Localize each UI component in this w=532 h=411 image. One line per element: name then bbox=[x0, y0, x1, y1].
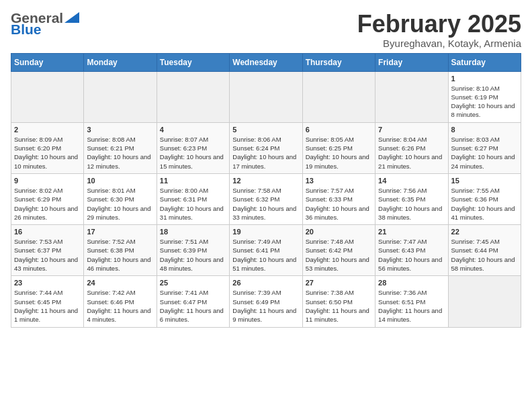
calendar-table: SundayMondayTuesdayWednesdayThursdayFrid… bbox=[11, 53, 521, 328]
day-number: 17 bbox=[87, 228, 153, 236]
calendar-cell: 2Sunrise: 8:09 AM Sunset: 6:20 PM Daylig… bbox=[11, 122, 84, 173]
calendar-cell bbox=[448, 276, 521, 327]
day-info: Sunrise: 7:38 AM Sunset: 6:50 PM Dayligh… bbox=[306, 288, 372, 324]
calendar-cell: 28Sunrise: 7:36 AM Sunset: 6:51 PM Dayli… bbox=[375, 276, 448, 327]
day-info: Sunrise: 8:05 AM Sunset: 6:25 PM Dayligh… bbox=[306, 135, 372, 171]
day-number: 5 bbox=[232, 126, 299, 134]
calendar-cell bbox=[11, 71, 84, 122]
day-number: 1 bbox=[451, 75, 518, 83]
day-number: 10 bbox=[87, 177, 153, 185]
day-number: 11 bbox=[160, 177, 226, 185]
calendar-cell: 18Sunrise: 7:51 AM Sunset: 6:39 PM Dayli… bbox=[157, 225, 229, 276]
day-number: 9 bbox=[14, 177, 81, 185]
calendar-cell: 20Sunrise: 7:48 AM Sunset: 6:42 PM Dayli… bbox=[302, 225, 375, 276]
logo-blue-text: Blue bbox=[11, 22, 79, 36]
day-info: Sunrise: 8:00 AM Sunset: 6:31 PM Dayligh… bbox=[160, 186, 226, 222]
title-area: February 2025 Byureghavan, Kotayk, Armen… bbox=[357, 11, 521, 49]
day-number: 12 bbox=[232, 177, 299, 185]
calendar-cell: 27Sunrise: 7:38 AM Sunset: 6:50 PM Dayli… bbox=[302, 276, 375, 327]
weekday-header-wednesday: Wednesday bbox=[230, 53, 302, 71]
day-info: Sunrise: 7:42 AM Sunset: 6:46 PM Dayligh… bbox=[87, 288, 153, 324]
day-number: 7 bbox=[378, 126, 445, 134]
day-info: Sunrise: 7:52 AM Sunset: 6:38 PM Dayligh… bbox=[87, 237, 153, 273]
day-number: 14 bbox=[378, 177, 445, 185]
weekday-header-monday: Monday bbox=[84, 53, 157, 71]
day-info: Sunrise: 7:51 AM Sunset: 6:39 PM Dayligh… bbox=[160, 237, 226, 273]
weekday-header-friday: Friday bbox=[375, 53, 448, 71]
day-info: Sunrise: 8:01 AM Sunset: 6:30 PM Dayligh… bbox=[87, 186, 153, 222]
calendar-cell: 5Sunrise: 8:06 AM Sunset: 6:24 PM Daylig… bbox=[230, 122, 302, 173]
calendar-cell: 17Sunrise: 7:52 AM Sunset: 6:38 PM Dayli… bbox=[84, 225, 157, 276]
day-number: 6 bbox=[306, 126, 372, 134]
day-info: Sunrise: 8:10 AM Sunset: 6:19 PM Dayligh… bbox=[451, 84, 518, 120]
calendar-cell: 8Sunrise: 8:03 AM Sunset: 6:27 PM Daylig… bbox=[448, 122, 521, 173]
day-number: 18 bbox=[160, 228, 226, 236]
day-number: 2 bbox=[14, 126, 81, 134]
calendar-cell: 26Sunrise: 7:39 AM Sunset: 6:49 PM Dayli… bbox=[230, 276, 302, 327]
week-row-3: 9Sunrise: 8:02 AM Sunset: 6:29 PM Daylig… bbox=[11, 173, 521, 224]
calendar-cell bbox=[375, 71, 448, 122]
calendar-cell: 3Sunrise: 8:08 AM Sunset: 6:21 PM Daylig… bbox=[84, 122, 157, 173]
day-number: 13 bbox=[306, 177, 372, 185]
day-number: 19 bbox=[232, 228, 299, 236]
day-info: Sunrise: 8:02 AM Sunset: 6:29 PM Dayligh… bbox=[14, 186, 81, 222]
day-info: Sunrise: 7:57 AM Sunset: 6:33 PM Dayligh… bbox=[306, 186, 372, 222]
day-info: Sunrise: 7:58 AM Sunset: 6:32 PM Dayligh… bbox=[232, 186, 299, 222]
day-number: 22 bbox=[451, 228, 518, 236]
calendar-cell: 16Sunrise: 7:53 AM Sunset: 6:37 PM Dayli… bbox=[11, 225, 84, 276]
calendar-cell: 9Sunrise: 8:02 AM Sunset: 6:29 PM Daylig… bbox=[11, 173, 84, 224]
day-info: Sunrise: 7:44 AM Sunset: 6:45 PM Dayligh… bbox=[14, 288, 81, 324]
day-info: Sunrise: 7:39 AM Sunset: 6:49 PM Dayligh… bbox=[232, 288, 299, 324]
calendar-cell: 14Sunrise: 7:56 AM Sunset: 6:35 PM Dayli… bbox=[375, 173, 448, 224]
day-info: Sunrise: 7:55 AM Sunset: 6:36 PM Dayligh… bbox=[451, 186, 518, 222]
calendar-cell: 25Sunrise: 7:41 AM Sunset: 6:47 PM Dayli… bbox=[157, 276, 229, 327]
logo: General Blue bbox=[11, 11, 79, 36]
month-title: February 2025 bbox=[357, 11, 521, 38]
day-info: Sunrise: 7:56 AM Sunset: 6:35 PM Dayligh… bbox=[378, 186, 445, 222]
day-info: Sunrise: 7:53 AM Sunset: 6:37 PM Dayligh… bbox=[14, 237, 81, 273]
calendar-cell: 24Sunrise: 7:42 AM Sunset: 6:46 PM Dayli… bbox=[84, 276, 157, 327]
calendar-cell: 11Sunrise: 8:00 AM Sunset: 6:31 PM Dayli… bbox=[157, 173, 229, 224]
calendar-cell bbox=[230, 71, 302, 122]
day-number: 16 bbox=[14, 228, 81, 236]
calendar-cell: 7Sunrise: 8:04 AM Sunset: 6:26 PM Daylig… bbox=[375, 122, 448, 173]
day-number: 28 bbox=[378, 279, 445, 287]
calendar-cell: 22Sunrise: 7:45 AM Sunset: 6:44 PM Dayli… bbox=[448, 225, 521, 276]
calendar-cell bbox=[84, 71, 157, 122]
day-number: 4 bbox=[160, 126, 226, 134]
day-info: Sunrise: 8:08 AM Sunset: 6:21 PM Dayligh… bbox=[87, 135, 153, 171]
svg-marker-0 bbox=[64, 12, 79, 23]
week-row-2: 2Sunrise: 8:09 AM Sunset: 6:20 PM Daylig… bbox=[11, 122, 521, 173]
weekday-header-sunday: Sunday bbox=[11, 53, 84, 71]
day-info: Sunrise: 7:48 AM Sunset: 6:42 PM Dayligh… bbox=[306, 237, 372, 273]
calendar-cell bbox=[157, 71, 229, 122]
calendar-cell: 10Sunrise: 8:01 AM Sunset: 6:30 PM Dayli… bbox=[84, 173, 157, 224]
day-info: Sunrise: 8:07 AM Sunset: 6:23 PM Dayligh… bbox=[160, 135, 226, 171]
calendar-cell: 6Sunrise: 8:05 AM Sunset: 6:25 PM Daylig… bbox=[302, 122, 375, 173]
day-number: 20 bbox=[306, 228, 372, 236]
day-info: Sunrise: 7:47 AM Sunset: 6:43 PM Dayligh… bbox=[378, 237, 445, 273]
calendar-cell: 21Sunrise: 7:47 AM Sunset: 6:43 PM Dayli… bbox=[375, 225, 448, 276]
day-number: 21 bbox=[378, 228, 445, 236]
day-info: Sunrise: 8:06 AM Sunset: 6:24 PM Dayligh… bbox=[232, 135, 299, 171]
calendar-cell: 19Sunrise: 7:49 AM Sunset: 6:41 PM Dayli… bbox=[230, 225, 302, 276]
day-info: Sunrise: 8:09 AM Sunset: 6:20 PM Dayligh… bbox=[14, 135, 81, 171]
day-info: Sunrise: 7:41 AM Sunset: 6:47 PM Dayligh… bbox=[160, 288, 226, 324]
day-number: 24 bbox=[87, 279, 153, 287]
logo-arrow-icon bbox=[64, 12, 79, 23]
day-info: Sunrise: 7:36 AM Sunset: 6:51 PM Dayligh… bbox=[378, 288, 445, 324]
location-subtitle: Byureghavan, Kotayk, Armenia bbox=[357, 38, 521, 49]
calendar-cell: 4Sunrise: 8:07 AM Sunset: 6:23 PM Daylig… bbox=[157, 122, 229, 173]
day-number: 26 bbox=[232, 279, 299, 287]
calendar-cell: 23Sunrise: 7:44 AM Sunset: 6:45 PM Dayli… bbox=[11, 276, 84, 327]
weekday-header-row: SundayMondayTuesdayWednesdayThursdayFrid… bbox=[11, 53, 521, 71]
day-number: 3 bbox=[87, 126, 153, 134]
calendar-cell: 12Sunrise: 7:58 AM Sunset: 6:32 PM Dayli… bbox=[230, 173, 302, 224]
weekday-header-saturday: Saturday bbox=[448, 53, 521, 71]
day-number: 23 bbox=[14, 279, 81, 287]
page-header: General Blue February 2025 Byureghavan, … bbox=[11, 11, 521, 49]
day-number: 25 bbox=[160, 279, 226, 287]
day-number: 15 bbox=[451, 177, 518, 185]
day-number: 8 bbox=[451, 126, 518, 134]
day-info: Sunrise: 8:03 AM Sunset: 6:27 PM Dayligh… bbox=[451, 135, 518, 171]
